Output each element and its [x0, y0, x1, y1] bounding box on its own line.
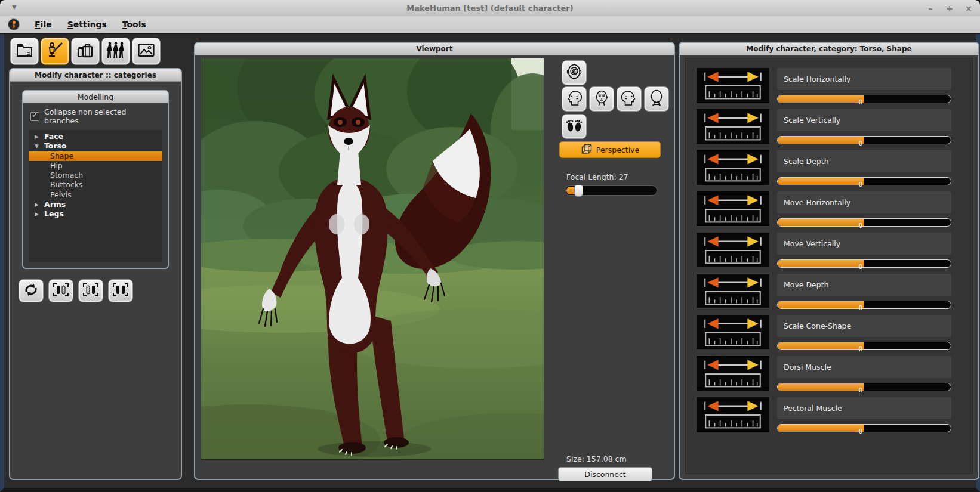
top-view-button[interactable]: [562, 60, 587, 85]
tree-item[interactable]: Face: [29, 132, 162, 141]
files-button[interactable]: [10, 38, 39, 65]
modifier-row: Scale Vertically 0: [697, 109, 972, 144]
makehuman-window: ▼ MakeHuman [test] (default character) –…: [0, 0, 980, 492]
modifier-slider[interactable]: 0: [777, 424, 951, 432]
menu-tools[interactable]: Tools: [122, 20, 146, 29]
focal-length-slider[interactable]: [565, 185, 657, 196]
tree-item[interactable]: Stomach: [29, 171, 162, 180]
modifier-label: Move Depth: [777, 274, 951, 296]
left-view-icon: [565, 89, 583, 109]
figures-icon: [106, 41, 125, 61]
rotate-icon: [23, 282, 39, 300]
modifier-range-icon: [697, 150, 769, 185]
modifier-row: Pectoral Muscle 0: [697, 397, 972, 432]
modelling-tree: Face Torso Shape Hip Stomach Buttocks Pe…: [29, 130, 162, 262]
modifier-row: Scale Depth 0: [697, 150, 972, 185]
modifier-slider[interactable]: 0: [777, 383, 951, 391]
menu-file[interactable]: File: [35, 20, 52, 29]
symmetry-button[interactable]: [108, 279, 133, 302]
modifier-range-icon: [697, 356, 769, 391]
menubar: File Settings Tools: [0, 16, 980, 34]
mirror-right-to-left-icon: [53, 282, 69, 300]
modifier-slider[interactable]: 0: [777, 342, 951, 350]
modifier-value: 0: [859, 222, 864, 229]
materials-button[interactable]: [71, 38, 100, 65]
categories-panel: Modify character :: categories Modelling…: [9, 68, 182, 480]
tree-item[interactable]: Hip: [29, 161, 162, 171]
maximize-button[interactable]: +: [944, 3, 955, 14]
close-button[interactable]: ×: [963, 3, 974, 14]
expander-icon[interactable]: [35, 132, 39, 141]
modifier-value: 0: [859, 387, 864, 394]
tree-item[interactable]: Arms: [29, 200, 162, 209]
collapse-branches-checkbox[interactable]: Collapse non selected branches: [23, 103, 168, 129]
size-label: Size: 157.08 cm: [566, 454, 627, 463]
checkbox-label: Collapse non selected branches: [44, 107, 162, 125]
tree-item-label: Shape: [50, 151, 73, 160]
mirror-right-to-left-button[interactable]: [48, 279, 73, 302]
modifier-panel-title: Modify character, category: Torso, Shape: [680, 43, 978, 55]
modifier-slider-fill: 0: [778, 383, 864, 391]
modifier-value: 0: [859, 428, 864, 435]
focal-length-handle[interactable]: [574, 185, 583, 197]
tree-item[interactable]: Buttocks: [29, 180, 162, 190]
checkbox-check-icon: [30, 112, 39, 121]
modelling-groupbox: Modelling Collapse non selected branches…: [22, 90, 169, 269]
right-view-button[interactable]: [617, 86, 642, 112]
tree-item[interactable]: Torso: [29, 141, 162, 151]
tree-item[interactable]: Pelvis: [29, 190, 162, 200]
tree-item-label: Legs: [44, 209, 64, 218]
mirror-left-to-right-button[interactable]: [78, 279, 103, 302]
perspective-label: Perspective: [596, 146, 639, 154]
image-icon: [137, 42, 155, 60]
modelling-button[interactable]: [41, 38, 69, 65]
modifier-slider[interactable]: 0: [777, 259, 951, 268]
tree-item[interactable]: Shape: [29, 151, 162, 161]
modifier-slider-fill: 0: [778, 425, 864, 432]
modifier-slider-fill: 0: [778, 219, 864, 226]
minimize-button[interactable]: –: [925, 3, 936, 14]
modifier-value: 0: [859, 305, 864, 311]
expander-icon[interactable]: [35, 209, 39, 219]
expander-icon[interactable]: [35, 141, 39, 151]
left-view-button[interactable]: [562, 86, 587, 112]
modifier-slider[interactable]: 0: [777, 218, 951, 227]
viewport-canvas[interactable]: [201, 58, 544, 460]
modifier-slider[interactable]: 0: [777, 301, 951, 309]
tree-item-label: Stomach: [50, 171, 83, 180]
disconnect-button[interactable]: Disconnect: [558, 467, 652, 481]
menu-settings[interactable]: Settings: [67, 20, 107, 29]
expander-icon[interactable]: [35, 200, 39, 209]
modifier-slider[interactable]: 0: [777, 95, 951, 103]
folder-icon: [16, 42, 33, 60]
perspective-button[interactable]: Perspective: [559, 141, 661, 158]
modifier-panel: Modify character, category: Torso, Shape: [679, 42, 979, 480]
modelling-groupbox-title: Modelling: [23, 91, 168, 103]
symmetry-toolbar: [19, 279, 181, 302]
modifier-range-icon: [697, 397, 769, 432]
tree-item[interactable]: Legs: [29, 209, 162, 219]
luggage-icon: [76, 42, 94, 61]
modifier-slider-fill: 0: [778, 95, 864, 103]
pose-button[interactable]: [101, 38, 130, 65]
tree-item-label: Torso: [44, 141, 67, 150]
modifier-row: Scale Horizontally 0: [697, 68, 972, 103]
modifier-range-icon: [697, 315, 769, 349]
bottom-view-icon: [565, 116, 584, 137]
modifier-label: Scale Cone-Shape: [777, 315, 951, 337]
modifier-row: Move Depth 0: [697, 274, 972, 309]
modifier-slider[interactable]: 0: [777, 136, 951, 144]
front-view-button[interactable]: [589, 86, 614, 112]
modifier-slider[interactable]: 0: [777, 177, 951, 185]
focal-length-label: Focal Length: 27: [566, 172, 628, 181]
cube-icon: [581, 143, 593, 157]
back-view-button[interactable]: [644, 86, 669, 112]
modifier-label: Scale Depth: [777, 150, 951, 172]
reset-rotation-button[interactable]: [19, 279, 44, 302]
rendering-button[interactable]: [132, 38, 161, 65]
modifier-row: Dorsi Muscle 0: [697, 356, 972, 391]
modifier-range-icon: [697, 274, 769, 308]
modifier-slider-fill: 0: [778, 260, 864, 267]
modifier-range-icon: [697, 191, 769, 226]
bottom-view-button[interactable]: [562, 114, 587, 139]
